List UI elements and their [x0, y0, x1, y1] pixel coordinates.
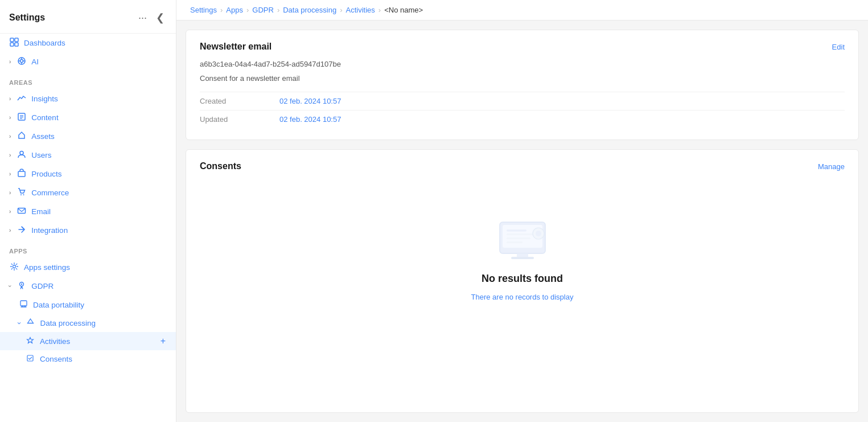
updated-value: 02 feb. 2024 10:57 [279, 110, 845, 128]
breadcrumb-current: <No name> [384, 6, 423, 14]
sidebar-item-activities[interactable]: Activities + [0, 332, 176, 350]
updated-label: Updated [200, 110, 279, 128]
svg-point-16 [20, 194, 22, 195]
breadcrumb-sep-2: › [246, 6, 249, 14]
breadcrumb-sep-4: › [340, 6, 342, 14]
assets-label: Assets [31, 132, 55, 141]
svg-point-17 [23, 194, 24, 195]
commerce-label: Commerce [31, 189, 69, 197]
created-label: Created [200, 92, 279, 110]
data-processing-chevron: › [15, 322, 24, 325]
sidebar-header: Settings ··· ❮ [0, 0, 176, 34]
svg-rect-30 [511, 257, 534, 259]
breadcrumb-data-processing[interactable]: Data processing [283, 6, 336, 14]
empty-subtitle: There are no records to display [471, 293, 574, 301]
sidebar-item-users[interactable]: › Users [0, 146, 176, 165]
gdpr-chevron: › [7, 285, 13, 287]
sidebar-item-dashboards[interactable]: Dashboards [0, 34, 176, 52]
sidebar-item-content[interactable]: › Content [0, 108, 176, 127]
svg-point-36 [536, 231, 541, 236]
sidebar-item-insights[interactable]: › Insights [0, 89, 176, 108]
products-chevron: › [9, 171, 11, 177]
assets-chevron: › [9, 133, 11, 140]
sidebar-item-assets[interactable]: › Assets [0, 127, 176, 146]
sidebar-item-email[interactable]: › Email [0, 202, 176, 221]
sidebar-item-products[interactable]: › Products [0, 165, 176, 183]
email-label: Email [31, 207, 51, 216]
integration-icon [17, 225, 27, 236]
breadcrumb-sep-5: › [379, 6, 381, 14]
activities-label: Activities [40, 337, 70, 346]
svg-rect-25 [20, 301, 27, 306]
sidebar-item-consents[interactable]: Consents [0, 350, 176, 368]
ai-icon [17, 56, 27, 67]
products-icon [17, 169, 27, 179]
insights-chevron: › [9, 96, 11, 102]
svg-rect-32 [507, 233, 535, 235]
dashboards-label: Dashboards [24, 39, 65, 47]
email-icon [17, 206, 27, 217]
svg-point-19 [13, 265, 16, 268]
sidebar-item-apps-settings[interactable]: Apps settings [0, 258, 176, 277]
collapse-sidebar-button[interactable]: ❮ [154, 10, 167, 25]
sidebar-header-actions: ··· ❮ [136, 10, 167, 25]
svg-rect-26 [27, 355, 33, 361]
breadcrumb-activities[interactable]: Activities [346, 6, 375, 14]
commerce-icon [17, 187, 27, 198]
more-options-button[interactable]: ··· [136, 11, 149, 25]
svg-rect-3 [15, 43, 18, 46]
empty-state-illustration [488, 214, 557, 265]
apps-settings-icon [9, 262, 19, 273]
sidebar: Settings ··· ❮ Dashboards › AI Areas › I… [0, 0, 176, 422]
sidebar-item-data-portability[interactable]: Data portability [0, 296, 176, 314]
content-label: Content [31, 113, 58, 122]
sidebar-title: Settings [9, 13, 45, 23]
consents-icon [25, 354, 35, 364]
ai-label: AI [31, 58, 39, 66]
integration-label: Integration [31, 226, 68, 235]
activities-icon [25, 337, 35, 346]
users-icon [17, 150, 27, 161]
sidebar-item-gdpr[interactable]: › GDPR [0, 277, 176, 296]
dashboard-icon [9, 38, 19, 48]
info-grid: Created 02 feb. 2024 10:57 Updated 02 fe… [200, 92, 845, 128]
products-label: Products [31, 170, 61, 178]
areas-section-label: Areas [0, 71, 176, 89]
uuid-text: a6b3c1ea-04a4-4ad7-b254-ad5947d107be [200, 60, 845, 68]
data-portability-icon [18, 300, 28, 310]
svg-rect-2 [10, 43, 14, 46]
breadcrumb-gdpr[interactable]: GDPR [252, 6, 274, 14]
consents-card-header: Consents Manage [200, 161, 845, 171]
content-icon [17, 112, 27, 123]
breadcrumb-settings[interactable]: Settings [190, 6, 217, 14]
breadcrumb: Settings › Apps › GDPR › Data processing… [176, 0, 868, 21]
assets-icon [17, 131, 27, 142]
edit-button[interactable]: Edit [832, 43, 845, 51]
breadcrumb-sep-3: › [277, 6, 279, 14]
detail-card-header: Newsletter email Edit [200, 42, 845, 52]
svg-rect-34 [507, 241, 523, 243]
sidebar-item-data-processing[interactable]: › Data processing [0, 314, 176, 332]
gdpr-label: GDPR [31, 282, 54, 290]
svg-point-21 [21, 284, 22, 285]
data-processing-label: Data processing [40, 319, 96, 327]
insights-icon [17, 93, 27, 104]
commerce-chevron: › [9, 190, 11, 196]
sidebar-item-integration[interactable]: › Integration [0, 221, 176, 240]
breadcrumb-apps[interactable]: Apps [226, 6, 243, 14]
data-processing-icon [26, 318, 36, 328]
email-chevron: › [9, 208, 11, 215]
sidebar-item-commerce[interactable]: › Commerce [0, 183, 176, 202]
data-portability-label: Data portability [33, 301, 84, 309]
manage-button[interactable]: Manage [818, 162, 845, 171]
svg-rect-31 [507, 230, 526, 232]
breadcrumb-sep-1: › [220, 6, 223, 14]
sidebar-item-ai[interactable]: › AI [0, 52, 176, 71]
apps-section-label: Apps [0, 240, 176, 258]
users-chevron: › [9, 152, 11, 158]
add-activity-button[interactable]: + [159, 336, 167, 346]
consents-title: Consents [200, 161, 241, 171]
gdpr-icon [17, 281, 27, 292]
consents-card: Consents Manage [186, 149, 859, 413]
svg-rect-15 [18, 171, 25, 177]
